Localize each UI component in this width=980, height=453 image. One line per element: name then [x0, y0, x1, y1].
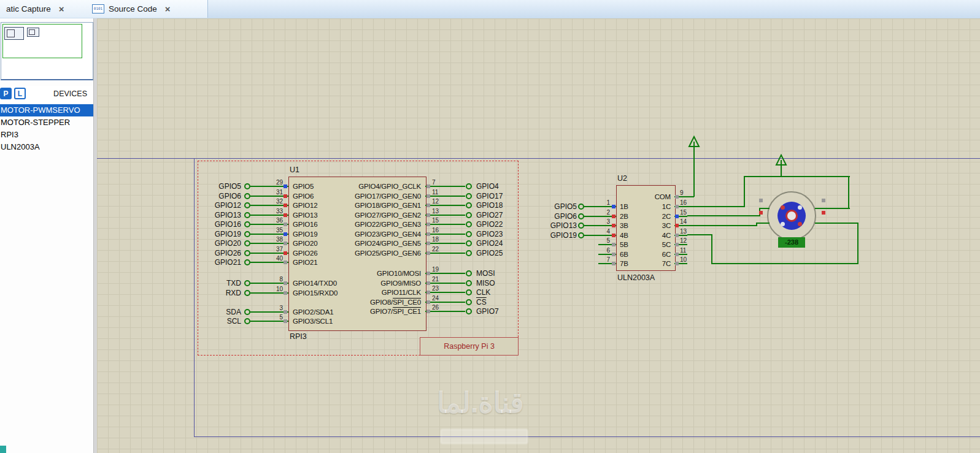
power-terminal-icon[interactable]	[688, 135, 700, 148]
pin-indicator	[284, 242, 287, 245]
pin-terminal[interactable]	[244, 231, 250, 237]
pin-number: 24	[432, 295, 449, 302]
pin-terminal[interactable]	[466, 231, 472, 237]
pin-wire	[250, 253, 288, 254]
pin-wire	[250, 321, 288, 322]
pin-inner-label: GPIO23/GPIO_GEN4	[329, 230, 421, 238]
u1-tag-label: Raspberry Pi 3	[444, 342, 495, 351]
pin-number: 22	[432, 246, 449, 253]
pin-terminal[interactable]	[466, 183, 472, 189]
pin-outer-label: CLK	[476, 288, 531, 297]
overview-panel[interactable]	[1, 22, 93, 80]
net-indicator	[759, 199, 763, 202]
pin-wire	[425, 243, 465, 244]
pin-terminal[interactable]	[244, 240, 250, 246]
pin-terminal[interactable]	[466, 202, 472, 208]
rotor-dot	[781, 222, 785, 226]
pin-number: 16	[432, 227, 449, 234]
schematic-canvas[interactable]: U1 RPI3 Raspberry Pi 3 U2 ULN2003A -238 …	[97, 18, 980, 453]
pin-terminal[interactable]	[466, 250, 472, 256]
sheet-border-line	[97, 158, 980, 159]
tab-source-code[interactable]: 0101 Source Code ×	[86, 0, 208, 18]
pin-terminal[interactable]	[244, 309, 250, 315]
pin-outer-label: TXD	[186, 279, 241, 287]
pin-indicator	[675, 224, 679, 227]
pin-terminal[interactable]	[466, 308, 472, 314]
pin-terminal[interactable]	[244, 259, 250, 265]
pin-outer-label: GPIO24	[476, 239, 531, 248]
pin-inner-label: GPIO9/MISO	[329, 280, 421, 287]
pin-wire	[250, 262, 288, 263]
pin-indicator	[675, 262, 679, 265]
pick-parts-button[interactable]: P	[0, 88, 12, 99]
pin-indicator	[284, 261, 287, 264]
pin-number: 12	[432, 198, 449, 205]
tab-source-code-close-icon[interactable]: ×	[165, 4, 171, 14]
pin-indicator	[284, 251, 287, 255]
pin-wire	[425, 302, 465, 303]
pin-outer-label: GPIO20	[186, 239, 241, 248]
pin-terminal[interactable]	[466, 240, 472, 246]
pin-terminal[interactable]	[466, 289, 472, 295]
wire-segment	[711, 234, 712, 264]
pin-terminal[interactable]	[244, 318, 250, 324]
library-button[interactable]: L	[14, 88, 26, 99]
pin-inner-label: GPIO24/GPIO_GEN5	[329, 240, 421, 247]
device-item-motor-stepper[interactable]: MOTOR-STEPPER	[0, 116, 93, 129]
pin-inner-label: 2C	[579, 213, 671, 220]
net-indicator	[759, 211, 763, 215]
pin-terminal[interactable]	[244, 202, 250, 208]
pin-inner-label: 4C	[579, 232, 671, 239]
pin-wire	[250, 196, 288, 197]
device-item-uln2003a[interactable]: ULN2003A	[0, 141, 93, 153]
pin-number: 18	[432, 236, 449, 243]
pin-outer-label: GPIO4	[476, 182, 531, 191]
pin-indicator	[284, 319, 287, 323]
pin-indicator	[426, 185, 430, 188]
pin-terminal[interactable]	[466, 212, 472, 218]
pin-inner-label: 7C	[579, 260, 671, 267]
pin-number: 40	[266, 255, 283, 262]
pin-number: 37	[266, 246, 283, 253]
pin-terminal[interactable]	[466, 280, 472, 286]
tab-schematic-capture-close-icon[interactable]: ×	[59, 4, 64, 14]
pin-indicator	[426, 251, 430, 255]
pin-inner-label: COM	[579, 193, 671, 200]
tab-schematic-capture[interactable]: atic Capture ×	[0, 0, 98, 18]
pin-terminal[interactable]	[244, 193, 250, 199]
u2-ref: U2	[617, 174, 627, 183]
pin-indicator	[426, 204, 430, 207]
pin-terminal[interactable]	[244, 250, 250, 256]
device-item-motor-pwmservo[interactable]: MOTOR-PWMSERVO	[0, 104, 93, 116]
rotor-dot	[798, 205, 802, 210]
pin-inner-label: GPIO20	[293, 240, 317, 247]
pin-indicator	[675, 195, 679, 199]
pin-terminal[interactable]	[466, 270, 472, 276]
wire-segment	[687, 215, 760, 216]
pin-terminal[interactable]	[244, 290, 250, 296]
pin-number: 26	[432, 304, 449, 311]
pin-terminal[interactable]	[244, 221, 250, 227]
pin-terminal[interactable]	[466, 193, 472, 199]
pin-terminal[interactable]	[244, 212, 250, 218]
pin-inner-label: GPIO8/SPI_CE0	[329, 299, 421, 306]
wire-segment	[687, 225, 757, 226]
pin-inner-label: GPIO4/GPIO_GCLK	[329, 183, 421, 190]
power-terminal-icon[interactable]	[775, 154, 787, 166]
wire-segment	[687, 234, 712, 235]
pin-outer-label: GPIO16	[186, 220, 241, 229]
watermark: قناة.لما	[401, 386, 560, 419]
pin-terminal[interactable]	[244, 280, 250, 286]
devices-toolbar: P L DEVICES	[0, 86, 93, 103]
pin-terminal[interactable]	[466, 299, 472, 305]
device-item-rpi3[interactable]: RPI3	[0, 129, 93, 141]
pin-outer-label: MOSI	[476, 269, 531, 278]
pin-terminal[interactable]	[466, 221, 472, 227]
pin-inner-label: 3C	[579, 222, 671, 229]
pin-wire	[425, 234, 465, 235]
wire-segment	[857, 223, 858, 264]
pin-number: 19	[432, 266, 449, 273]
net-indicator	[822, 199, 825, 202]
pin-inner-label: GPIO13	[293, 211, 317, 219]
pin-terminal[interactable]	[244, 183, 250, 189]
